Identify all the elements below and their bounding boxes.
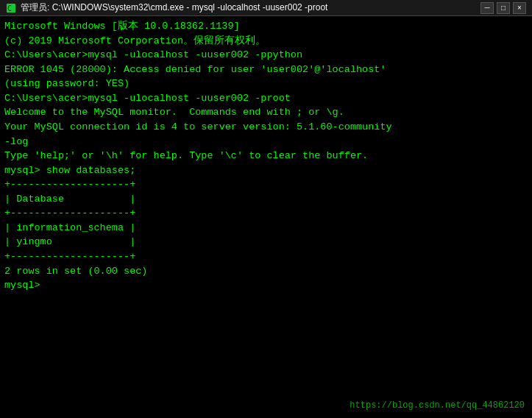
watermark: https://blog.csdn.net/qq_44862120 [350,400,525,412]
title-bar-controls: ─ □ × [480,2,526,14]
title-bar: C 管理员: C:\WINDOWS\system32\cmd.exe - mys… [0,0,532,16]
terminal-line: | Database | [4,192,528,207]
terminal-line: Type 'help;' or '\h' for help. Type '\c'… [4,149,528,163]
close-button[interactable]: × [513,2,526,14]
title-bar-text: 管理员: C:\WINDOWS\system32\cmd.exe - mysql… [21,1,476,14]
terminal-line: | yingmo | [4,235,528,249]
minimize-button[interactable]: ─ [480,2,494,14]
terminal-line: (c) 2019 Microsoft Corporation。保留所有权利。 [4,34,528,49]
svg-text:C: C [7,4,12,13]
terminal-line: +--------------------+ [4,249,528,264]
terminal-line: mysql> [4,278,528,293]
terminal-line: Welcome to the MySQL monitor. Commands e… [4,105,528,120]
terminal-line: 2 rows in set (0.00 sec) [4,264,528,279]
terminal-line: Your MySQL connection id is 4 to server … [4,120,528,135]
terminal-line: ERROR 1045 (28000): Access denied for us… [4,63,528,77]
terminal[interactable]: Microsoft Windows [版本 10.0.18362.1139](c… [0,16,532,418]
terminal-line: C:\Users\acer>mysql -ulocalhost -uuser00… [4,48,528,63]
title-bar-icon: C [6,3,16,13]
terminal-line: Microsoft Windows [版本 10.0.18362.1139] [4,19,528,34]
terminal-line: +--------------------+ [4,206,528,221]
terminal-line: -log [4,135,528,149]
terminal-line: (using password: YES) [4,77,528,91]
terminal-line: | information_schema | [4,221,528,235]
terminal-line: C:\Users\acer>mysql -ulocalhost -uuser00… [4,91,528,106]
restore-button[interactable]: □ [497,2,510,14]
terminal-line: mysql> show databases; [4,163,528,178]
terminal-line: +--------------------+ [4,177,528,192]
